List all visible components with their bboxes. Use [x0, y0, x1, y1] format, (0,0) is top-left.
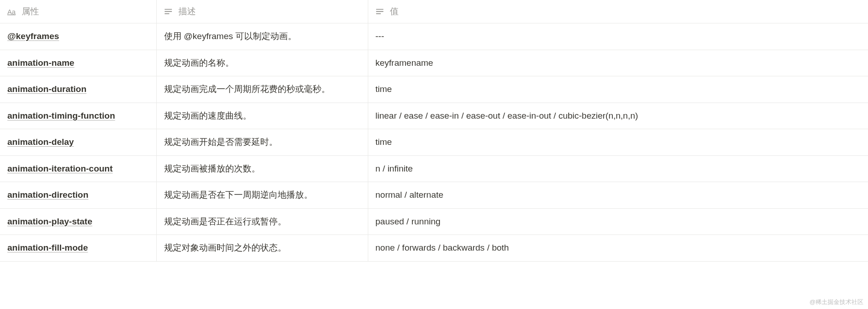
cell-property: animation-timing-function	[0, 103, 156, 129]
svg-text:Aa: Aa	[7, 8, 16, 16]
cell-property: animation-iteration-count	[0, 155, 156, 182]
cell-description: 规定动画完成一个周期所花费的秒或毫秒。	[156, 76, 368, 103]
header-value: 值	[368, 0, 868, 23]
cell-value: none / forwards / backwards / both	[368, 235, 868, 262]
cell-description: 规定动画被播放的次数。	[156, 155, 368, 182]
property-link[interactable]: animation-delay	[7, 137, 74, 147]
cell-property: animation-delay	[0, 129, 156, 156]
table-row: animation-iteration-count规定动画被播放的次数。n / …	[0, 155, 868, 182]
property-link[interactable]: animation-play-state	[7, 217, 92, 226]
cell-property: @keyframes	[0, 23, 156, 50]
table-header-row: Aa 属性 描述 值	[0, 0, 868, 23]
header-value-label: 值	[390, 6, 399, 16]
table-row: @keyframes使用 @keyframes 可以制定动画。---	[0, 23, 868, 50]
property-link[interactable]: animation-name	[7, 58, 74, 68]
cell-description: 规定动画是否在下一周期逆向地播放。	[156, 182, 368, 209]
property-link[interactable]: animation-iteration-count	[7, 164, 113, 173]
cell-value: keyframename	[368, 50, 868, 76]
header-description-label: 描述	[178, 6, 196, 16]
title-property-icon: Aa	[7, 7, 16, 16]
cell-property: animation-play-state	[0, 208, 156, 235]
cell-property: animation-fill-mode	[0, 235, 156, 262]
cell-description: 规定动画开始是否需要延时。	[156, 129, 368, 156]
cell-description: 使用 @keyframes 可以制定动画。	[156, 23, 368, 50]
text-property-icon	[376, 7, 384, 16]
table-row: animation-fill-mode规定对象动画时间之外的状态。none / …	[0, 235, 868, 262]
cell-description: 规定动画的速度曲线。	[156, 103, 368, 129]
cell-description: 规定动画的名称。	[156, 50, 368, 76]
table-row: animation-duration规定动画完成一个周期所花费的秒或毫秒。tim…	[0, 76, 868, 103]
cell-property: animation-name	[0, 50, 156, 76]
property-link[interactable]: @keyframes	[7, 31, 59, 41]
text-property-icon	[164, 7, 172, 16]
cell-value: paused / running	[368, 208, 868, 235]
property-link[interactable]: animation-direction	[7, 190, 88, 200]
cell-description: 规定对象动画时间之外的状态。	[156, 235, 368, 262]
property-link[interactable]: animation-duration	[7, 84, 86, 94]
table-row: animation-name规定动画的名称。keyframename	[0, 50, 868, 76]
cell-property: animation-direction	[0, 182, 156, 209]
property-link[interactable]: animation-timing-function	[7, 111, 115, 120]
table-row: animation-timing-function规定动画的速度曲线。linea…	[0, 103, 868, 129]
cell-value: ---	[368, 23, 868, 50]
cell-property: animation-duration	[0, 76, 156, 103]
header-property: Aa 属性	[0, 0, 156, 23]
cell-value: linear / ease / ease-in / ease-out / eas…	[368, 103, 868, 129]
table-row: animation-direction规定动画是否在下一周期逆向地播放。norm…	[0, 182, 868, 209]
header-property-label: 属性	[22, 6, 39, 16]
table-row: animation-delay规定动画开始是否需要延时。time	[0, 129, 868, 156]
cell-description: 规定动画是否正在运行或暂停。	[156, 208, 368, 235]
table-row: animation-play-state规定动画是否正在运行或暂停。paused…	[0, 208, 868, 235]
cell-value: time	[368, 76, 868, 103]
cell-value: time	[368, 129, 868, 156]
header-description: 描述	[156, 0, 368, 23]
cell-value: normal / alternate	[368, 182, 868, 209]
cell-value: n / infinite	[368, 155, 868, 182]
animation-properties-table: Aa 属性 描述 值 @keyframes使用	[0, 0, 868, 262]
property-link[interactable]: animation-fill-mode	[7, 243, 88, 252]
